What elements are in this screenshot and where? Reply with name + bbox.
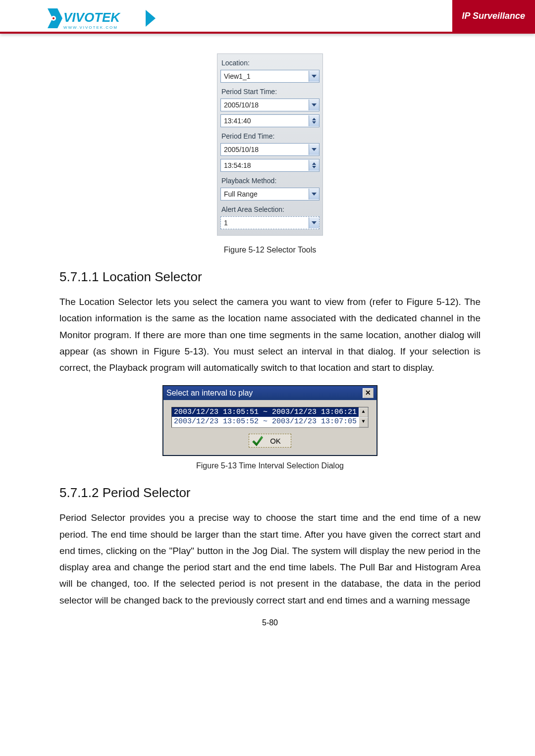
svg-text:VIVOTEK: VIVOTEK (63, 10, 121, 25)
svg-marker-4 (146, 10, 156, 27)
end-date-select[interactable]: 2005/10/18 (220, 143, 320, 156)
page-number: 5-80 (59, 618, 481, 627)
selector-tools-panel: Location: View1_1 Period Start Time: 200… (217, 53, 323, 236)
end-time-spinner[interactable]: 13:54:18 (220, 159, 320, 172)
location-value: View1_1 (221, 72, 309, 80)
alert-area-select[interactable]: 1 (220, 216, 320, 229)
scrollbar[interactable]: ▲ ▼ (359, 407, 368, 427)
list-item[interactable]: 2003/12/23 13:05:52 ~ 2003/12/23 13:07:0… (172, 417, 359, 426)
dialog-titlebar: Select an interval to play ✕ (163, 386, 376, 400)
section-5-7-1-1-heading: 5.7.1.1 Location Selector (59, 269, 481, 285)
svg-point-2 (53, 17, 54, 19)
start-time-value: 13:41:40 (221, 117, 309, 125)
start-time-spinner[interactable]: 13:41:40 (220, 114, 320, 127)
period-end-label: Period End Time: (220, 130, 320, 142)
period-start-label: Period Start Time: (220, 86, 320, 98)
section-5-7-1-2-body: Period Selector provides you a precise w… (59, 509, 481, 608)
ip-surveillance-tag: IP Surveillance (452, 0, 535, 32)
playback-method-value: Full Range (221, 190, 309, 198)
chevron-down-icon[interactable] (309, 71, 319, 82)
ok-button-label: OK (270, 437, 281, 445)
list-item[interactable]: 2003/12/23 13:05:51 ~ 2003/12/23 13:06:2… (172, 407, 359, 417)
end-date-value: 2005/10/18 (221, 146, 309, 153)
location-label: Location: (220, 57, 320, 69)
chevron-down-icon[interactable] (309, 189, 319, 200)
alert-area-label: Alert Area Selection: (220, 203, 320, 215)
dialog-title-text: Select an interval to play (166, 389, 253, 398)
start-date-value: 2005/10/18 (221, 101, 309, 109)
page-header: VIVOTEK WWW.VIVOTEK.COM IP Surveillance (0, 0, 535, 34)
scroll-down-icon[interactable]: ▼ (359, 417, 368, 427)
scroll-up-icon[interactable]: ▲ (359, 407, 368, 417)
vivotek-logo: VIVOTEK WWW.VIVOTEK.COM (48, 6, 157, 31)
ok-button[interactable]: OK (249, 434, 291, 448)
svg-text:WWW.VIVOTEK.COM: WWW.VIVOTEK.COM (63, 25, 118, 30)
interval-listbox[interactable]: 2003/12/23 13:05:51 ~ 2003/12/23 13:06:2… (171, 407, 369, 428)
location-select[interactable]: View1_1 (220, 70, 320, 83)
section-5-7-1-1-body: The Location Selector lets you select th… (59, 294, 481, 376)
chevron-down-icon[interactable] (309, 144, 319, 155)
end-time-value: 13:54:18 (221, 161, 309, 169)
spinner-icon[interactable] (309, 160, 319, 171)
close-icon[interactable]: ✕ (363, 388, 374, 398)
alert-area-value: 1 (221, 219, 309, 227)
start-date-select[interactable]: 2005/10/18 (220, 99, 320, 111)
playback-method-select[interactable]: Full Range (220, 188, 320, 201)
chevron-down-icon[interactable] (309, 100, 319, 110)
check-icon (252, 435, 263, 446)
section-5-7-1-2-heading: 5.7.1.2 Period Selector (59, 485, 481, 501)
figure-5-12-caption: Figure 5-12 Selector Tools (59, 246, 481, 254)
figure-5-13-caption: Figure 5-13 Time Interval Selection Dial… (59, 461, 481, 470)
interval-dialog: Select an interval to play ✕ 2003/12/23 … (163, 386, 377, 455)
chevron-down-icon[interactable] (309, 217, 319, 228)
spinner-icon[interactable] (309, 115, 319, 126)
playback-method-label: Playback Method: (220, 175, 320, 187)
